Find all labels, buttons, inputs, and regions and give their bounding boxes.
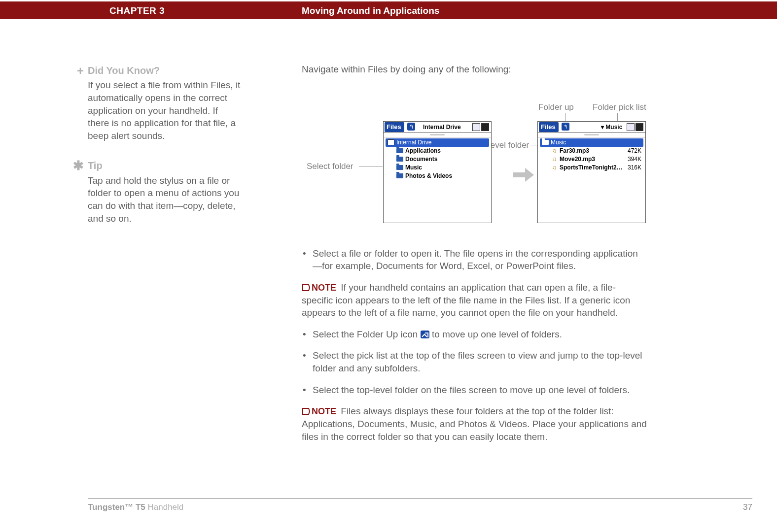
list-item[interactable]: ♫ Far30.mp3 472K (540, 147, 643, 155)
figure-area: Select folder Folder up Folder pick list… (302, 85, 647, 233)
folder-up-icon[interactable]: ↰ (407, 123, 415, 131)
folder-icon (396, 173, 403, 178)
note-icon (302, 282, 311, 290)
did-you-know-callout: +Did You Know? If you select a file from… (88, 63, 241, 142)
header-title: Moving Around in Applications (302, 4, 439, 17)
tip-heading: Tip (88, 160, 103, 171)
list-item[interactable]: Documents (386, 155, 489, 164)
note-block: NOTE If your handheld contains an applic… (302, 281, 647, 319)
dyk-body: If you select a file from within Files, … (88, 79, 241, 142)
view-mode-icon[interactable] (481, 123, 489, 131)
folder-up-icon[interactable]: ↰ (562, 123, 569, 131)
list-item[interactable]: Music (386, 164, 489, 172)
main-content: Navigate within Files by doing any of th… (302, 63, 647, 452)
label-select-folder: Select folder (307, 161, 353, 172)
drive-icon (388, 139, 394, 145)
view-mode-icon[interactable] (636, 123, 643, 131)
folder-up-icon (421, 331, 429, 338)
music-icon: ♫ (551, 164, 558, 171)
files-screenshot-right: Files ↰ ▾ Music Music ♫ (537, 121, 646, 223)
intro-text: Navigate within Files by doing any of th… (302, 63, 647, 76)
note-block: NOTE Files always displays these four fo… (302, 405, 647, 443)
product-name: Tungsten™ T5 Handheld (88, 502, 183, 513)
note-label: NOTE (312, 283, 336, 293)
files-screenshot-left: Files ↰ Internal Drive Internal Drive (383, 121, 492, 223)
asterisk-icon: ✱ (73, 157, 84, 174)
music-icon: ♫ (551, 155, 558, 163)
view-mode-icon[interactable] (627, 123, 635, 131)
bullet-item: Select a file or folder to open it. The … (302, 247, 647, 272)
note-text: Files always displays these four folders… (302, 406, 647, 441)
music-icon: ♫ (551, 147, 558, 155)
folder-pick-list[interactable]: ▾ Music (601, 123, 622, 131)
page-number: 37 (743, 502, 752, 513)
folder-icon (396, 148, 403, 153)
dyk-heading: Did You Know? (88, 65, 160, 76)
tip-body: Tap and hold the stylus on a file or fol… (88, 174, 241, 225)
note-text: If your handheld contains an application… (302, 282, 630, 318)
list-item[interactable]: ♫ Move20.mp3 394K (540, 155, 643, 164)
folder-icon (396, 157, 403, 162)
list-item[interactable]: Photos & Videos (386, 172, 489, 180)
folder-icon (542, 140, 549, 145)
bullet-item: Select the Folder Up icon to move up one… (302, 328, 647, 341)
plus-icon: + (73, 63, 84, 79)
note-icon (302, 406, 311, 414)
label-folder-up: Folder up (538, 102, 574, 113)
app-title: Files (539, 122, 559, 133)
tip-callout: ✱Tip Tap and hold the stylus on a file o… (88, 157, 241, 225)
header-bar: CHAPTER 3 Moving Around in Applications (0, 1, 777, 19)
drive-label[interactable]: Internal Drive (423, 123, 461, 131)
list-item[interactable]: Music (540, 138, 643, 147)
note-label: NOTE (312, 406, 336, 416)
list-item[interactable]: Internal Drive (386, 138, 489, 147)
folder-icon (396, 165, 403, 170)
view-mode-icon[interactable] (472, 123, 480, 131)
arrow-icon (513, 167, 533, 183)
bullet-item: Select the top-level folder on the files… (302, 384, 647, 397)
page-footer: Tungsten™ T5 Handheld 37 (88, 499, 752, 513)
sidebar: +Did You Know? If you select a file from… (88, 63, 241, 239)
app-title: Files (385, 122, 404, 133)
bullet-item: Select the pick list at the top of the f… (302, 349, 647, 374)
list-item[interactable]: Applications (386, 147, 489, 155)
header-chapter: CHAPTER 3 (109, 4, 165, 17)
list-item[interactable]: ♫ SportsTimeTonight2… 316K (540, 164, 643, 172)
label-folder-pick-list: Folder pick list (593, 102, 646, 113)
